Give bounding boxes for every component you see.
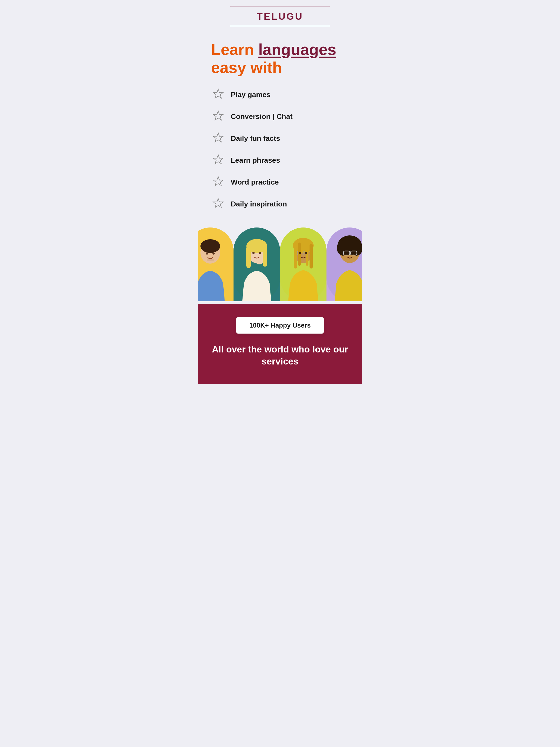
feature-label-6: Daily inspiration <box>231 200 287 208</box>
hero-text: Learn languages easy with <box>211 41 349 77</box>
avatar-card-5 <box>327 228 362 301</box>
avatar-card-3 <box>233 228 280 301</box>
svg-point-19 <box>259 252 261 254</box>
svg-rect-25 <box>298 242 301 266</box>
hero-highlight-text: languages <box>258 41 336 58</box>
star-icon-4 <box>211 153 225 168</box>
svg-rect-27 <box>309 244 313 268</box>
svg-point-18 <box>252 252 255 254</box>
star-icon-6 <box>211 197 225 211</box>
star-icon-5 <box>211 175 225 189</box>
avatar-svg-3 <box>233 228 280 301</box>
feature-label-2: Conversion | Chat <box>231 112 292 121</box>
hero-line2: easy with <box>211 59 282 76</box>
feature-item-4: Learn phrases <box>211 153 349 168</box>
badge-text: 100K+ Happy Users <box>249 321 311 329</box>
header: TELUGU <box>198 0 362 31</box>
avatar-svg-4 <box>280 228 327 301</box>
svg-point-38 <box>346 252 348 254</box>
hero-plain-text: Learn <box>211 41 258 58</box>
feature-label-5: Word practice <box>231 178 279 186</box>
avatar-card-2 <box>198 228 233 301</box>
bottom-section: 100K+ Happy Users All over the world who… <box>198 304 362 384</box>
users-badge: 100K+ Happy Users <box>236 317 324 334</box>
feature-item-2: Conversion | Chat <box>211 109 349 124</box>
feature-item-6: Daily inspiration <box>211 197 349 211</box>
page-wrapper: TELUGU Learn languages easy with Play ga… <box>198 0 362 747</box>
star-icon-2 <box>211 109 225 124</box>
svg-point-11 <box>212 252 215 255</box>
svg-point-39 <box>352 252 354 254</box>
page-title: TELUGU <box>209 11 351 22</box>
feature-label-3: Daily fun facts <box>231 134 280 143</box>
svg-point-28 <box>299 252 301 254</box>
features-list: Play games Conversion | Chat Daily fun f… <box>198 83 362 228</box>
avatar-card-4 <box>280 228 327 301</box>
hero-section: Learn languages easy with <box>198 31 362 83</box>
feature-item-1: Play games <box>211 87 349 102</box>
avatar-svg-5 <box>327 228 362 301</box>
svg-rect-24 <box>294 244 297 268</box>
svg-rect-17 <box>263 246 267 266</box>
feature-item-3: Daily fun facts <box>211 131 349 146</box>
bottom-tagline: All over the world who love our services <box>207 343 353 367</box>
svg-point-29 <box>305 252 307 254</box>
svg-rect-16 <box>246 246 251 268</box>
header-divider-top <box>230 6 330 7</box>
svg-point-10 <box>206 252 208 255</box>
avatar-svg-2 <box>198 228 233 301</box>
feature-label-4: Learn phrases <box>231 156 280 164</box>
svg-rect-26 <box>306 242 308 266</box>
svg-point-20 <box>256 259 263 264</box>
avatars-section <box>198 228 362 304</box>
header-divider-bottom <box>230 26 330 26</box>
star-icon-3 <box>211 131 225 146</box>
feature-label-1: Play games <box>231 91 271 99</box>
star-icon-1 <box>211 87 225 102</box>
svg-point-9 <box>200 239 220 253</box>
svg-rect-12 <box>207 259 214 261</box>
feature-item-5: Word practice <box>211 175 349 189</box>
